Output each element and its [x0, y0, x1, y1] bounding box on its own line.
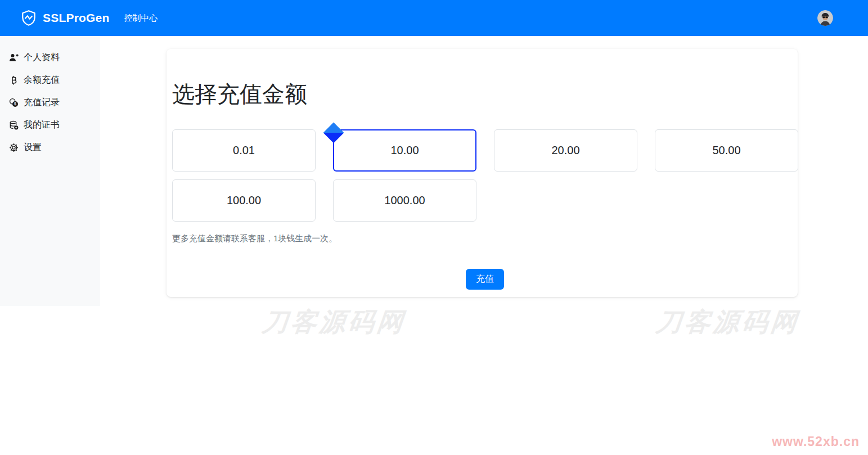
recharge-submit-button[interactable]: 充值: [466, 269, 504, 290]
sidebar-item-recharge[interactable]: 余额充值: [0, 73, 100, 87]
sidebar-item-label: 充值记录: [24, 97, 60, 109]
amount-value: 1000.00: [384, 194, 425, 207]
amount-value: 100.00: [227, 194, 261, 207]
amount-value: 20.00: [551, 144, 579, 157]
sidebar-item-label: 我的证书: [24, 119, 60, 131]
amount-grid: 0.01 10.00 20.00 50.00 100.00 1000.00: [172, 129, 798, 222]
amount-option-1000.00[interactable]: 1000.00: [333, 179, 476, 222]
certificates-db-icon: [9, 120, 19, 130]
amount-option-20.00[interactable]: 20.00: [494, 129, 637, 172]
svg-text:$: $: [14, 102, 16, 106]
recharge-note: 更多充值金额请联系客服，1块钱生成一次。: [172, 233, 798, 244]
site-url-watermark: www.52xb.cn: [772, 434, 860, 449]
brand[interactable]: SSLProGen: [20, 10, 110, 26]
watermark-text: 刀客源码网: [260, 305, 408, 340]
sidebar-item-profile[interactable]: 个人资料: [0, 51, 100, 64]
page-title: 选择充值金额: [172, 80, 798, 107]
amount-option-100.00[interactable]: 100.00: [172, 179, 316, 222]
amount-option-50.00[interactable]: 50.00: [655, 129, 798, 172]
sidebar-item-label: 设置: [24, 142, 42, 154]
watermark-text: 刀客源码网: [654, 305, 802, 340]
coins-icon: $: [9, 98, 19, 107]
sidebar-item-records[interactable]: $ 充值记录: [0, 96, 100, 109]
nav-control-center[interactable]: 控制中心: [124, 13, 158, 24]
bitcoin-icon: [9, 75, 19, 85]
amount-option-10.00-selected[interactable]: 10.00: [333, 129, 476, 172]
shield-pulse-logo-icon: [20, 10, 37, 26]
amount-value: 10.00: [390, 144, 419, 157]
amount-value: 0.01: [233, 144, 255, 157]
sidebar-item-label: 个人资料: [24, 52, 60, 64]
top-navbar: SSLProGen 控制中心: [0, 0, 868, 36]
recharge-card: 选择充值金额 0.01 10.00 20.00 50.00 100.00 100…: [167, 49, 798, 297]
sidebar: 个人资料 余额充值 $ 充值记录 我的证书: [0, 36, 100, 306]
brand-name: SSLProGen: [43, 11, 110, 25]
amount-option-0.01[interactable]: 0.01: [172, 129, 316, 172]
user-plus-icon: [9, 53, 19, 62]
sidebar-item-settings[interactable]: 设置: [0, 141, 100, 154]
amount-value: 50.00: [712, 144, 740, 157]
sidebar-item-label: 余额充值: [24, 74, 60, 86]
selected-diamond-marker: [323, 123, 344, 143]
sidebar-item-certificates[interactable]: 我的证书: [0, 118, 100, 132]
user-avatar[interactable]: [817, 10, 833, 26]
gear-icon: [9, 143, 19, 152]
